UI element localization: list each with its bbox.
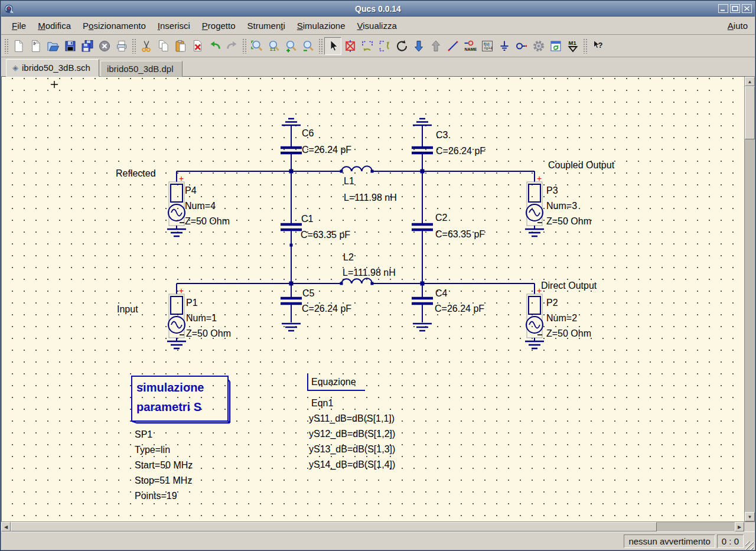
toolbar-handle[interactable] — [132, 38, 136, 54]
cut-icon — [139, 39, 154, 53]
horizontal-scrollbar[interactable]: ◀ ▶ — [1, 522, 744, 532]
save-button[interactable] — [61, 37, 79, 55]
print-button[interactable] — [113, 37, 130, 55]
port-p4[interactable]: Reflected P4 Num=4 Z=50 Ohm — [116, 168, 230, 236]
toolbar-handle[interactable] — [242, 38, 246, 54]
capacitor-c2-labels[interactable]: C2 C=63.35 pF — [435, 213, 485, 239]
close-button[interactable] — [742, 4, 752, 13]
component-name[interactable]: L1 — [344, 176, 354, 186]
menu-progetto[interactable]: Progetto — [196, 18, 242, 33]
toolbar-handle[interactable] — [4, 38, 8, 54]
wire-button[interactable] — [444, 37, 461, 55]
capacitor-column-right[interactable] — [412, 119, 433, 331]
copy-button[interactable] — [155, 37, 172, 55]
equation-block[interactable]: Equazione Eqn1 yS11_dB=dB(S[1,1]) yS12_d… — [308, 374, 395, 470]
capacitor-c5-labels[interactable]: C5 C=26.24 pF — [302, 288, 351, 314]
menu-aiuto[interactable]: Aiuto — [721, 18, 755, 33]
horizontal-scroll-thumb[interactable] — [11, 522, 657, 532]
component-value[interactable]: L=111.98 nH — [343, 268, 396, 278]
menu-inserisci[interactable]: Inserisci — [152, 18, 196, 33]
scroll-down-button[interactable]: ▼ — [745, 512, 755, 521]
undo-button[interactable] — [206, 37, 223, 55]
select-button[interactable] — [324, 37, 341, 55]
inductor-l2[interactable]: L2 L=111.98 nH — [340, 252, 396, 285]
capacitor-c3-labels[interactable]: C3 C=26.24 pF — [436, 130, 485, 156]
redo-button[interactable] — [223, 37, 240, 55]
schematic-canvas[interactable]: + — [1, 77, 744, 521]
scroll-left-button[interactable]: ◀ — [1, 522, 11, 532]
port-p2[interactable]: Direct Output P2 Num=2 Z=50 Ohm — [525, 281, 597, 348]
capacitor-c6-labels[interactable]: C6 C=26.24 pF — [302, 128, 351, 155]
deactivate-button[interactable] — [341, 37, 359, 55]
capacitor-c4-labels[interactable]: C4 C=26.24 pF — [435, 288, 484, 314]
menu-simulazione[interactable]: Simulazione — [291, 18, 351, 33]
equation-line: yS14_dB=dB(S[1,4]) — [309, 459, 395, 470]
into-subcircuit-button[interactable] — [410, 37, 427, 55]
toolbar-handle[interactable] — [318, 38, 322, 54]
scroll-up-button[interactable]: ▲ — [745, 77, 755, 86]
minimize-button[interactable] — [718, 4, 728, 13]
label-button[interactable]: NAME — [461, 37, 478, 55]
popout-button[interactable] — [427, 37, 444, 55]
zoom-fit-icon — [250, 39, 264, 53]
capacitor-column-left[interactable] — [281, 119, 302, 331]
component-name: P3 — [546, 185, 558, 195]
node-label: Reflected — [116, 168, 156, 178]
save-icon — [63, 39, 77, 53]
menu-file[interactable]: File — [6, 18, 32, 33]
scroll-right-button[interactable]: ▶ — [735, 522, 744, 532]
zoom-in-button[interactable] — [282, 37, 299, 55]
vertical-scroll-track[interactable] — [745, 139, 755, 512]
port-p1[interactable]: Input P1 Num=1 Z=50 Ohm — [117, 283, 231, 348]
wires[interactable] — [177, 171, 535, 283]
maximize-button[interactable] — [730, 4, 740, 13]
delete-button[interactable] — [189, 37, 206, 55]
mirror-x-button[interactable] — [376, 37, 393, 55]
menu-strumenti[interactable]: Strumenti — [242, 18, 291, 33]
popout-icon — [429, 39, 443, 53]
cut-button[interactable] — [138, 37, 155, 55]
zoom-1-1-button[interactable]: 1:1 — [265, 37, 282, 55]
simulation-title-line2: parametri S — [136, 400, 201, 413]
component-name: C1 — [301, 214, 314, 224]
tab-data-display[interactable]: ibrido50_3dB.dpl — [100, 61, 183, 77]
resize-grip[interactable] — [745, 542, 754, 550]
rotate-button[interactable] — [393, 37, 410, 55]
menu-posizionamento[interactable]: Posizionamento — [77, 18, 152, 33]
mirror-y-button[interactable] — [359, 37, 376, 55]
tab-schematic[interactable]: ◈ ibrido50_3dB.sch — [6, 59, 99, 77]
data-display-button[interactable] — [547, 37, 564, 55]
port-p3[interactable]: Coupled Output P3 Num=3 Z=50 Ohm — [525, 160, 615, 236]
open-button[interactable] — [44, 37, 61, 55]
paste-button[interactable] — [172, 37, 189, 55]
menu-visualizza[interactable]: Visualizza — [351, 18, 403, 33]
close-file-button[interactable] — [96, 37, 113, 55]
equation-button[interactable]: f(u)=u+4 — [478, 37, 496, 55]
component-name[interactable]: L2 — [343, 252, 354, 262]
zoom-out-button[interactable] — [299, 37, 317, 55]
zoom-fit-button[interactable] — [248, 37, 265, 55]
data-display-icon — [549, 39, 563, 53]
toolbar-handle[interactable] — [583, 38, 587, 54]
vertical-scrollbar[interactable]: ▲ ▼ — [744, 77, 755, 521]
ground-button[interactable] — [496, 37, 513, 55]
sparameter-simulation-block[interactable]: simulazione parametri S SP1 Type=lin Sta… — [132, 376, 230, 501]
save-all-button[interactable] — [79, 37, 96, 55]
title-bar[interactable]: Qucs 0.0.14 — [1, 1, 755, 17]
capacitor-c1-labels[interactable]: C1 C=63.35 pF — [301, 214, 350, 240]
marker-button[interactable]: M1 — [564, 37, 581, 55]
equation-line: yS12_dB=dB(S[1,2]) — [309, 429, 395, 439]
equation-title: Equazione — [311, 377, 356, 387]
simulate-button[interactable] — [530, 37, 547, 55]
vertical-scroll-thumb[interactable] — [745, 86, 755, 139]
menu-modifica[interactable]: Modifica — [32, 18, 77, 33]
horizontal-scroll-track[interactable] — [657, 522, 735, 532]
simulation-start: Start=50 MHz — [135, 460, 193, 470]
new-file-button[interactable] — [10, 37, 27, 55]
component-value[interactable]: L=111.98 nH — [344, 193, 397, 203]
new-text-button[interactable] — [27, 37, 44, 55]
scrollbar-corner — [744, 522, 755, 532]
equation-line: yS13_dB=dB(S[1,3]) — [309, 444, 395, 455]
help-pointer-button[interactable]: ? — [589, 37, 606, 55]
port-button[interactable] — [513, 37, 530, 55]
